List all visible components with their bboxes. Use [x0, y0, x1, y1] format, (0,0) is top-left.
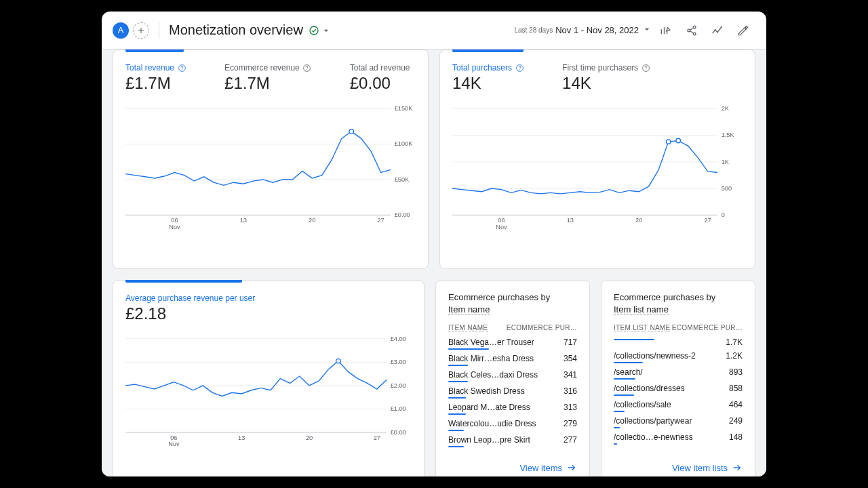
row-bar: [614, 362, 643, 363]
metric-label: Total purchasers: [452, 63, 524, 73]
table-row[interactable]: /collections/newness-21.2K: [601, 349, 755, 365]
help-icon[interactable]: [177, 63, 186, 73]
svg-text:13: 13: [567, 217, 574, 224]
share-icon: [685, 24, 698, 37]
table-row[interactable]: /collectio…e-newness148: [601, 430, 755, 447]
insights-button[interactable]: [705, 18, 730, 43]
svg-point-3: [693, 33, 696, 35]
table-row[interactable]: /collections/sale464: [601, 398, 755, 414]
help-icon[interactable]: [641, 63, 650, 73]
row-value: 316: [564, 386, 577, 396]
table-row[interactable]: Black Celes…daxi Dress341: [436, 368, 589, 384]
svg-point-26: [519, 69, 520, 70]
metric-value: £1.7M: [224, 74, 312, 93]
view-link[interactable]: View item lists: [672, 462, 743, 473]
svg-text:500: 500: [722, 185, 732, 192]
svg-text:£0.00: £0.00: [391, 429, 406, 436]
metric-label: Total ad revenue: [350, 63, 410, 73]
share-button[interactable]: [679, 18, 704, 43]
svg-point-5: [717, 31, 718, 33]
content-area: Total revenue£1.7MEcommerce revenue£1.7M…: [102, 49, 766, 476]
row-bar: [448, 397, 466, 399]
table-row[interactable]: Black Swedish Dress316: [436, 384, 589, 401]
svg-text:27: 27: [704, 217, 711, 224]
svg-text:£100K: £100K: [395, 140, 414, 147]
table-title: Ecommerce purchases byItem list name: [601, 281, 755, 319]
table-row[interactable]: Black Vega…er Trouser717: [436, 336, 589, 352]
svg-point-10: [307, 69, 307, 70]
metric-label: First time purchasers: [562, 63, 650, 73]
row-value: 277: [564, 435, 577, 445]
row-bar: [448, 446, 464, 447]
row-name: /collectio…e-newness: [614, 432, 693, 442]
app-window: A Monetization overview Last 28 days Nov…: [102, 12, 766, 476]
svg-text:£2.00: £2.00: [391, 382, 406, 389]
metric-tab[interactable]: Total revenue£1.7M: [125, 63, 186, 93]
table-row[interactable]: /collections/dresses858: [601, 382, 755, 398]
row-name: /collections/sale: [614, 400, 671, 409]
chevron-down-icon: [642, 24, 652, 35]
chevron-down-icon: [321, 25, 332, 36]
svg-text:Nov: Nov: [496, 224, 507, 230]
arrow-right-icon: [732, 462, 743, 473]
table-row[interactable]: Brown Leop…pre Skirt277: [436, 433, 589, 449]
row-name: Black Celes…daxi Dress: [448, 370, 538, 380]
table-row[interactable]: 1.7K: [601, 336, 755, 349]
table-row[interactable]: Leopard M…ate Dress313: [436, 401, 589, 417]
svg-text:13: 13: [238, 434, 245, 441]
metric-tab[interactable]: Total purchasers14K: [452, 63, 524, 93]
table-row[interactable]: /search/893: [601, 365, 755, 382]
metric-tab[interactable]: First time purchasers14K: [562, 63, 650, 93]
svg-text:Nov: Nov: [169, 224, 180, 230]
row-bar: [448, 365, 468, 366]
metric-label: Ecommerce revenue: [224, 63, 312, 73]
date-range[interactable]: Nov 1 - Nov 28, 2022: [555, 25, 639, 35]
metric-tab[interactable]: Ecommerce revenue£1.7M: [224, 63, 312, 93]
svg-point-1: [693, 26, 696, 28]
table-title: Ecommerce purchases byItem name: [436, 281, 589, 319]
row-value: 893: [729, 367, 743, 377]
row-bar: [614, 443, 617, 445]
avatar[interactable]: A: [113, 22, 129, 39]
arpu-card: Average purchase revenue per user£2.18 £…: [113, 280, 425, 476]
edit-button[interactable]: [731, 18, 755, 43]
row-bar: [448, 348, 489, 350]
metric-value: £2.18: [125, 304, 255, 323]
svg-text:£3.00: £3.00: [391, 359, 406, 365]
row-name: Black Swedish Dress: [448, 386, 525, 396]
row-value: 354: [564, 354, 577, 363]
metric-tab[interactable]: Total ad revenue£0.00: [350, 63, 410, 93]
status-chip[interactable]: [309, 25, 332, 36]
svg-text:£50K: £50K: [395, 176, 410, 183]
row-value: 717: [564, 338, 577, 347]
row-name: Watercolou…udie Dress: [448, 419, 536, 428]
svg-text:27: 27: [377, 217, 384, 224]
svg-text:Nov: Nov: [168, 441, 180, 447]
revenue-chart: £0.00£50K£100K£150K06Nov132027: [113, 98, 428, 247]
metric-tab[interactable]: Average purchase revenue per user£2.18: [125, 293, 255, 323]
svg-text:£1.00: £1.00: [391, 405, 406, 412]
help-icon[interactable]: [302, 63, 312, 73]
table-row[interactable]: /collections/partywear249: [601, 414, 755, 430]
row-bar: [448, 430, 464, 431]
help-icon[interactable]: [515, 63, 524, 73]
add-button[interactable]: [133, 22, 149, 39]
divider: [159, 22, 159, 39]
table-row[interactable]: Watercolou…udie Dress279: [436, 417, 589, 433]
arrow-right-icon: [566, 462, 577, 473]
insights-icon: [711, 24, 724, 37]
row-value: 148: [729, 432, 743, 442]
row-name: Brown Leop…pre Skirt: [448, 435, 530, 445]
item-lists-table-card: Ecommerce purchases byItem list nameITEM…: [601, 280, 755, 476]
customize-button[interactable]: [654, 18, 678, 43]
row-name: Leopard M…ate Dress: [448, 403, 530, 412]
table-row[interactable]: Black Mirr…esha Dress354: [436, 352, 589, 368]
svg-point-6: [721, 26, 722, 27]
row-value: 464: [729, 400, 743, 409]
svg-point-44: [666, 140, 670, 144]
date-chevron[interactable]: [642, 24, 652, 37]
svg-text:13: 13: [240, 217, 247, 224]
row-name: Black Mirr…esha Dress: [448, 354, 534, 363]
view-link[interactable]: View items: [519, 462, 577, 473]
row-name: /search/: [614, 367, 643, 377]
